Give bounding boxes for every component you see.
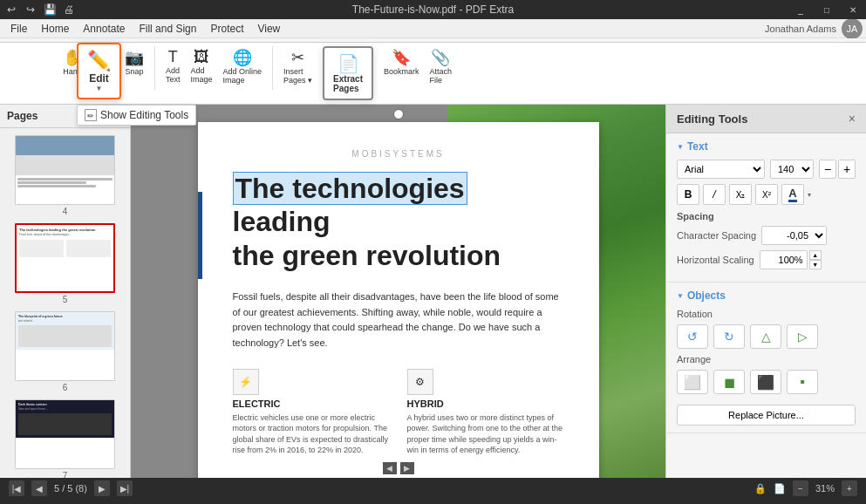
- status-left: |◀ ◀ 5 / 5 (8) ▶ ▶|: [9, 480, 133, 496]
- extract-pages-popup[interactable]: 📄 ExtractPages: [323, 46, 373, 100]
- italic-button[interactable]: /: [703, 184, 726, 205]
- last-page-btn[interactable]: ▶|: [117, 480, 133, 496]
- redo-button[interactable]: ↪: [23, 2, 38, 17]
- page-thumb-5[interactable]: The technologies leading the green revol…: [7, 223, 123, 304]
- rotation-buttons: ↺ ↻ △ ▷: [677, 324, 856, 349]
- menu-annotate[interactable]: Annotate: [76, 19, 132, 37]
- minimize-button[interactable]: ⎯: [788, 0, 814, 19]
- page-thumb-img-4: [15, 135, 115, 205]
- insert-pages-label: InsertPages ▾: [283, 67, 312, 85]
- next-page-btn[interactable]: ▶: [94, 480, 110, 496]
- subscript-button[interactable]: X₂: [729, 184, 752, 205]
- character-spacing-select[interactable]: -0,05: [761, 226, 827, 245]
- scroll-controls: ◀ ▶: [383, 462, 414, 474]
- rotation-label: Rotation: [677, 309, 856, 319]
- superscript-button[interactable]: X²: [755, 184, 778, 205]
- tool-add-image[interactable]: 🖼 AddImage: [188, 46, 216, 85]
- bring-forward-button[interactable]: ◼: [713, 370, 745, 394]
- page-thumb-4[interactable]: 4: [7, 135, 123, 216]
- page-info: 5 / 5 (8): [54, 483, 87, 494]
- send-backward-icon: ⬛: [757, 374, 774, 391]
- bold-button[interactable]: B: [677, 184, 699, 205]
- menu-home[interactable]: Home: [34, 19, 76, 37]
- rotate-ccw-button[interactable]: ↺: [677, 324, 708, 349]
- bookmark-icon: 🔖: [392, 48, 411, 67]
- horiz-down-btn[interactable]: ▼: [809, 260, 822, 269]
- horiz-up-btn[interactable]: ▲: [809, 250, 822, 260]
- avatar-initials: JA: [847, 24, 858, 34]
- prev-page-btn[interactable]: ◀: [31, 480, 47, 496]
- tool-add-text[interactable]: T AddText: [162, 46, 184, 85]
- zoom-out-btn[interactable]: −: [793, 480, 808, 496]
- maximize-button[interactable]: □: [814, 0, 840, 19]
- bookmark-label: Bookmark: [384, 67, 419, 76]
- horiz-scaling-input[interactable]: [760, 250, 808, 269]
- page-thumb-7[interactable]: Dark theme content Stars and space theme…: [7, 399, 123, 478]
- tool-attach-file[interactable]: 📎 AttachFile: [426, 46, 456, 86]
- panel-title: Editing Tools: [677, 112, 747, 126]
- pdf-page: mobisystems The technologies leadingthe …: [198, 122, 599, 478]
- tool-snap[interactable]: 📷 Snap: [121, 46, 147, 78]
- page-thumb-6[interactable]: The blueprint of a green future text con…: [7, 311, 123, 392]
- objects-section-header[interactable]: ▼ Objects: [677, 289, 856, 302]
- color-dropdown-arrow[interactable]: ▾: [808, 191, 811, 199]
- rotate-handle[interactable]: [393, 109, 404, 119]
- edit-icon: ✏️: [87, 50, 111, 72]
- pdf-logo: mobisystems: [233, 148, 564, 159]
- extract-pages-label: ExtractPages: [333, 74, 363, 93]
- flip-vertical-button[interactable]: △: [750, 324, 781, 349]
- pages-panel-title: Pages: [7, 110, 38, 122]
- thumb-line3: [17, 185, 96, 187]
- objects-triangle-icon: ▼: [677, 292, 684, 300]
- size-increase-btn[interactable]: +: [838, 160, 856, 179]
- text-section: ▼ Text Arial 140 − + B / X₂: [666, 133, 866, 283]
- objects-section: ▼ Objects Rotation ↺ ↻ △ ▷ Arrange ⬜: [666, 283, 866, 433]
- undo-button[interactable]: ↩: [3, 2, 19, 17]
- pdf-item-hybrid: ⚙ HYBRID A hybrid uses two or more disti…: [407, 369, 564, 456]
- size-select[interactable]: 140: [770, 160, 814, 179]
- text-section-header[interactable]: ▼ Text: [677, 140, 856, 153]
- thumb-active-content: The technologies leading the green revol…: [17, 225, 113, 260]
- user-name: Jonathan Adams: [765, 24, 836, 34]
- edit-popup[interactable]: ✏️ Edit ▼: [77, 43, 121, 99]
- panel-close-button[interactable]: ×: [849, 112, 856, 126]
- replace-picture-button[interactable]: Replace Picture...: [677, 405, 856, 426]
- pages-list[interactable]: 4 The technologies leading the green rev…: [0, 128, 130, 478]
- send-to-back-icon: ▪: [800, 374, 805, 390]
- menu-protect[interactable]: Protect: [203, 19, 250, 37]
- scroll-right-btn[interactable]: ▶: [400, 462, 414, 474]
- flip-horizontal-button[interactable]: ▷: [787, 324, 818, 349]
- send-to-back-button[interactable]: ▪: [787, 370, 818, 394]
- save-button[interactable]: 💾: [42, 2, 58, 17]
- divider2: [272, 46, 273, 90]
- ribbon: ✏️ Edit ▼ ✋ Hand ↖ Select 📷 Snap T AddTe…: [0, 38, 866, 105]
- menu-fill-sign[interactable]: Fill and Sign: [132, 19, 203, 37]
- tool-insert-pages[interactable]: ✂ InsertPages ▾: [280, 46, 316, 86]
- menu-file[interactable]: File: [3, 19, 34, 37]
- color-button[interactable]: A: [781, 184, 804, 205]
- electric-text: Electric vehicles use one or more electr…: [233, 412, 390, 456]
- show-editing-menu[interactable]: ✏ Show Editing Tools: [77, 105, 196, 126]
- print-button[interactable]: 🖨: [61, 2, 77, 17]
- send-backward-button[interactable]: ⬛: [750, 370, 781, 394]
- tool-bookmark[interactable]: 🔖 Bookmark: [380, 46, 423, 78]
- title-rest: leadingthe green revolution: [233, 206, 501, 270]
- thumb-dark-content: Dark theme content Stars and space theme…: [16, 400, 114, 438]
- scroll-left-btn[interactable]: ◀: [383, 462, 397, 474]
- page-num-4: 4: [63, 207, 68, 216]
- tool-add-online-image[interactable]: 🌐 Add OnlineImage: [220, 46, 266, 86]
- menu-view[interactable]: View: [250, 19, 287, 37]
- zoom-in-btn[interactable]: +: [842, 480, 857, 496]
- size-decrease-btn[interactable]: −: [819, 160, 836, 179]
- bring-to-front-button[interactable]: ⬜: [677, 370, 708, 394]
- window-title: The-Future-is-Now.pdf - PDF Extra: [352, 3, 514, 16]
- font-select[interactable]: Arial: [677, 160, 765, 179]
- close-button[interactable]: ✕: [840, 0, 866, 19]
- char-spacing-label: Character Spacing: [677, 230, 756, 241]
- first-page-btn[interactable]: |◀: [9, 480, 24, 496]
- hybrid-title: HYBRID: [407, 398, 564, 409]
- horiz-scaling-control: ▲ ▼: [760, 250, 822, 269]
- rotate-cw-button[interactable]: ↻: [713, 324, 745, 349]
- thumb-img-car: [16, 136, 114, 175]
- replace-picture-label: Replace Picture...: [728, 410, 804, 420]
